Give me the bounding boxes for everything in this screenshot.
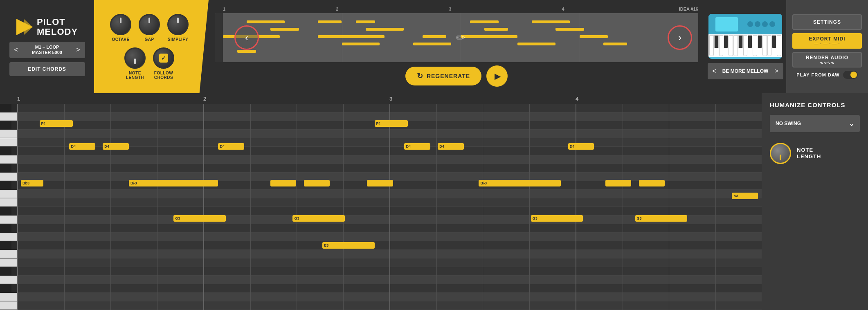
regen-label: REGENERATE (427, 73, 470, 79)
preview-beat-2: 2 (336, 7, 449, 11)
note-bb3-8[interactable] (639, 180, 665, 186)
note-bb3-6[interactable]: B♭3 (479, 180, 560, 186)
edit-chords-button[interactable]: EDIT CHORDS (9, 62, 85, 76)
dropdown-arrow-icon: ⌄ (849, 120, 854, 128)
regenerate-button[interactable]: ↻ REGENERATE (405, 67, 481, 85)
loop-next-button[interactable]: > (74, 45, 81, 55)
note-length-knob[interactable] (124, 47, 146, 69)
beat-line (17, 104, 64, 310)
white-key (0, 293, 17, 301)
edit-pencil-icon: ✏ (456, 31, 465, 45)
key-row (0, 173, 17, 181)
note-bb3-1[interactable]: Bb3 (21, 180, 43, 186)
action-buttons: ↻ REGENERATE ▶ (215, 65, 698, 87)
octave-knob[interactable] (110, 14, 131, 35)
synth-key-black (714, 35, 719, 48)
synth-knob (762, 21, 768, 27)
white-key (0, 130, 17, 138)
synth-key-white (719, 35, 724, 56)
style-name: BE MORE MELLOW (718, 68, 773, 74)
loop-prev-button[interactable]: < (13, 45, 20, 55)
next-idea-button[interactable]: › (668, 25, 692, 50)
note-a3[interactable]: A3 (732, 193, 758, 199)
mini-note (270, 28, 299, 31)
note-d4-4[interactable]: D4 (404, 143, 430, 150)
note-d4-6[interactable]: D4 (568, 143, 594, 150)
render-audio-button[interactable]: RENDER AUDIO ∿∿∿∿ (792, 52, 862, 67)
mini-roll-content: ‹ › ✏ (223, 13, 698, 62)
simplify-control: SIMPLIFY (167, 14, 189, 42)
checkbox-inner: ✓ (159, 54, 168, 63)
piano-keys-main (0, 104, 17, 310)
synth-key-black (748, 35, 752, 48)
swing-dropdown[interactable]: NO SWING ⌄ (770, 115, 860, 132)
note-bb3-3[interactable] (270, 180, 297, 186)
beat-line (483, 104, 529, 310)
play-from-daw-toggle[interactable] (843, 71, 858, 79)
note-length-knob[interactable] (770, 143, 791, 164)
gap-knob[interactable] (139, 14, 160, 35)
style-next-button[interactable]: > (773, 66, 780, 76)
prev-idea-button[interactable]: ‹ (234, 25, 259, 50)
white-key (0, 233, 17, 241)
export-midi-button[interactable]: EXPORT MIDI — · — · — · (792, 33, 862, 49)
note-f4-2[interactable]: F4 (375, 120, 408, 127)
roll-grid[interactable]: F4 F4 D4 D4 D4 D4 D4 D4 Bb3 B♭3 B♭3 A3 (17, 104, 762, 310)
note-g3-4[interactable]: G3 (635, 215, 687, 222)
gap-label: GAP (144, 37, 154, 42)
key-row (0, 216, 17, 224)
note-d4-5[interactable]: D4 (438, 143, 464, 150)
note-bb3-5[interactable] (367, 180, 393, 186)
white-key (0, 250, 17, 258)
simplify-knob[interactable] (167, 14, 189, 35)
style-prev-button[interactable]: < (711, 66, 718, 76)
gap-control: GAP (139, 14, 160, 42)
synth-key-black (758, 35, 762, 48)
synth-key-white (709, 35, 714, 56)
note-g3-2[interactable]: G3 (292, 215, 344, 222)
note-bb3-2[interactable]: B♭3 (129, 180, 218, 186)
beat-line (715, 104, 762, 310)
checkmark-icon: ✓ (161, 55, 166, 61)
beat-line (436, 104, 483, 310)
app-name: PILOT MELODY (37, 17, 78, 37)
note-d4-3[interactable]: D4 (218, 143, 244, 150)
regen-icon: ↻ (417, 72, 423, 81)
settings-button[interactable]: SETTINGS (792, 14, 862, 30)
white-key (0, 190, 17, 198)
note-d4-2[interactable]: D4 (103, 143, 129, 150)
synth-key-black (724, 35, 728, 48)
synth-key-white (729, 35, 733, 56)
black-key (0, 164, 11, 172)
play-button[interactable]: ▶ (486, 65, 508, 87)
note-e3[interactable]: E3 (322, 242, 374, 249)
note-length-label: NOTE LENGTH (797, 147, 821, 159)
beat-markers-top: 1 2 3 4 IDEA #16 (215, 7, 698, 11)
note-d4-1[interactable]: D4 (69, 143, 95, 150)
beat-line (669, 104, 715, 310)
note-f4-1[interactable]: F4 (40, 120, 73, 127)
follow-chords-toggle[interactable]: ✓ (153, 47, 174, 69)
mini-note (580, 35, 608, 38)
synth-key-black (738, 35, 743, 48)
ruler-beat-4: 4 (576, 96, 762, 102)
key-row (0, 138, 17, 147)
mini-note (532, 20, 570, 23)
synth-key-white (762, 35, 767, 56)
note-bb3-4[interactable] (304, 180, 330, 186)
white-key (0, 216, 17, 224)
mini-note (484, 28, 508, 31)
ruler-beat-3: 3 (389, 96, 576, 102)
preview-section: 1 2 3 4 IDEA #16 (209, 0, 704, 93)
note-bb3-7[interactable] (605, 180, 632, 186)
note-g3-1[interactable]: G3 (173, 215, 225, 222)
note-g3-3[interactable]: G3 (531, 215, 583, 222)
beat-line (343, 104, 390, 310)
note-length-control: NOTE LENGTH (770, 143, 860, 164)
play-icon: ▶ (495, 71, 501, 81)
beat-ruler: 1 2 3 4 (0, 93, 762, 104)
midi-wave-icon: — · — · — · (792, 42, 862, 46)
synth-key-white (767, 35, 772, 56)
logo-section: PILOT MELODY < M1 – LOOP MASTER 5000 > E… (0, 0, 94, 93)
key-row (0, 258, 17, 267)
